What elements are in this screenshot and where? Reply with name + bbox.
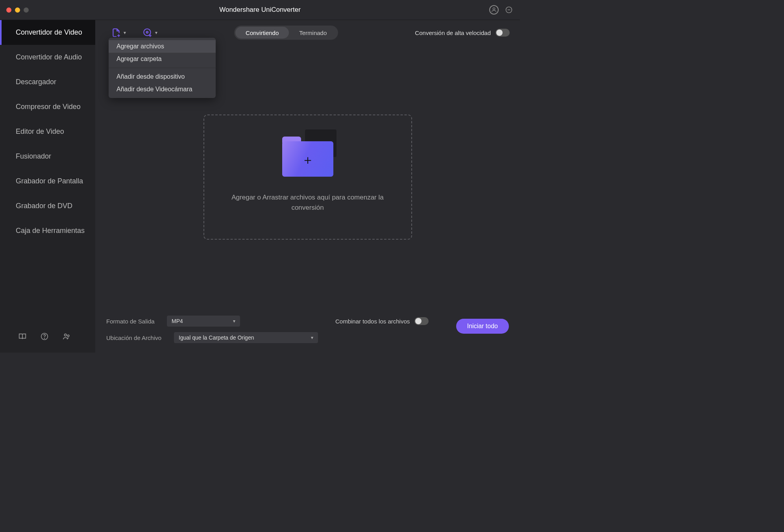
menu-item-add-from-device[interactable]: Añadir desde dispositivo — [109, 70, 216, 83]
add-file-dropdown: Agregar archivos Agregar carpeta Añadir … — [109, 38, 216, 98]
tutorial-icon[interactable] — [18, 332, 27, 342]
menu-item-label: Añadir desde dispositivo — [116, 73, 185, 80]
add-file-button[interactable]: ▾ — [111, 28, 126, 38]
footer: Formato de Salida MP4 ▾ Ubicación de Arc… — [95, 308, 520, 353]
svg-point-3 — [44, 338, 44, 338]
tab-label: Terminado — [299, 30, 327, 36]
sidebar-item-screen-recorder[interactable]: Grabador de Pantalla — [0, 169, 95, 194]
start-all-button[interactable]: Iniciar todo — [456, 319, 509, 334]
output-format-select[interactable]: MP4 ▾ — [167, 316, 240, 327]
status-tabs: Convirtiendo Terminado — [234, 26, 338, 40]
high-speed-toggle[interactable] — [496, 29, 510, 37]
feedback-icon[interactable] — [504, 5, 514, 15]
svg-point-6 — [144, 29, 150, 35]
sidebar-item-label: Grabador de Pantalla — [16, 177, 83, 185]
sidebar: Convertidor de Video Convertidor de Audi… — [0, 20, 95, 353]
chevron-down-icon: ▾ — [155, 30, 157, 35]
output-format-label: Formato de Salida — [106, 318, 161, 325]
start-button-label: Iniciar todo — [467, 323, 498, 329]
app-title: Wondershare UniConverter — [219, 6, 301, 14]
menu-item-label: Añadir desde Videocámara — [116, 86, 192, 92]
tab-label: Convirtiendo — [246, 30, 279, 36]
sidebar-item-label: Convertidor de Video — [16, 28, 82, 36]
svg-point-4 — [65, 334, 67, 336]
sidebar-item-merger[interactable]: Fusionador — [0, 144, 95, 169]
sidebar-item-video-converter[interactable]: Convertidor de Video — [0, 20, 95, 45]
minimize-window-button[interactable] — [15, 7, 20, 13]
sidebar-item-dvd-burner[interactable]: Grabador de DVD — [0, 194, 95, 218]
menu-divider — [109, 68, 216, 68]
chevron-down-icon: ▾ — [124, 30, 126, 35]
help-icon[interactable] — [40, 332, 49, 342]
sidebar-item-label: Grabador de DVD — [16, 202, 72, 210]
menu-item-add-folder[interactable]: Agregar carpeta — [109, 53, 216, 65]
menu-item-add-from-camcorder[interactable]: Añadir desde Videocámara — [109, 83, 216, 96]
sidebar-item-label: Convertidor de Audio — [16, 53, 82, 61]
menu-item-add-files[interactable]: Agregar archivos — [109, 40, 216, 53]
svg-point-7 — [146, 31, 148, 33]
sidebar-item-audio-converter[interactable]: Convertidor de Audio — [0, 45, 95, 70]
window-controls — [6, 7, 29, 13]
account-icon[interactable] — [489, 5, 499, 15]
tab-converting[interactable]: Convirtiendo — [235, 27, 289, 39]
chevron-down-icon: ▾ — [311, 335, 313, 340]
tab-finished[interactable]: Terminado — [289, 27, 337, 39]
high-speed-label: Conversión de alta velocidad — [415, 30, 491, 36]
sidebar-item-label: Compresor de Video — [16, 103, 81, 111]
maximize-window-button[interactable] — [24, 7, 29, 13]
svg-point-5 — [67, 335, 69, 336]
output-format-value: MP4 — [172, 318, 183, 324]
merge-files-toggle[interactable] — [414, 317, 429, 325]
sidebar-item-downloader[interactable]: Descargador — [0, 70, 95, 94]
sidebar-item-video-editor[interactable]: Editor de Video — [0, 119, 95, 144]
community-icon[interactable] — [62, 332, 71, 342]
sidebar-item-video-compressor[interactable]: Compresor de Video — [0, 94, 95, 119]
sidebar-item-label: Fusionador — [16, 152, 51, 160]
file-location-value: Igual que la Carpeta de Origen — [179, 334, 254, 341]
file-location-label: Ubicación de Archivo — [106, 334, 168, 341]
add-folder-icon: ＋ — [282, 141, 333, 181]
load-dvd-button[interactable]: ▾ — [142, 28, 157, 38]
titlebar: Wondershare UniConverter — [0, 0, 520, 20]
chevron-down-icon: ▾ — [233, 318, 235, 324]
sidebar-item-label: Descargador — [16, 78, 56, 86]
close-window-button[interactable] — [6, 7, 11, 13]
file-location-select[interactable]: Igual que la Carpeta de Origen ▾ — [174, 332, 318, 343]
sidebar-item-label: Caja de Herramientas — [16, 227, 85, 235]
drop-zone-text: Agregar o Arrastrar archivos aquí para c… — [221, 192, 394, 212]
sidebar-item-label: Editor de Video — [16, 127, 64, 135]
menu-item-label: Agregar carpeta — [116, 55, 162, 62]
file-drop-zone[interactable]: ＋ Agregar o Arrastrar archivos aquí para… — [203, 115, 412, 240]
menu-item-label: Agregar archivos — [116, 43, 164, 50]
sidebar-item-toolbox[interactable]: Caja de Herramientas — [0, 218, 95, 243]
merge-files-label: Combinar todos los archivos — [335, 318, 410, 325]
svg-point-0 — [493, 8, 495, 10]
